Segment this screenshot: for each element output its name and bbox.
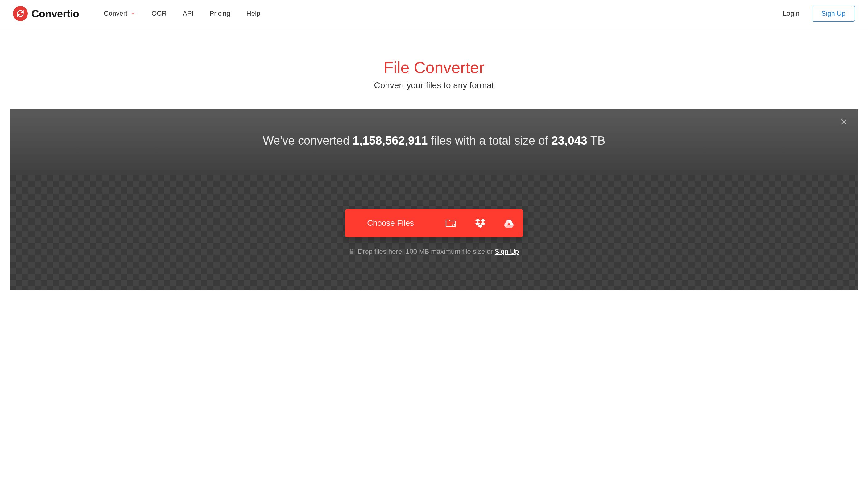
google-drive-button[interactable]: [495, 210, 523, 237]
stats-size: 23,043: [552, 134, 587, 147]
logo-text: Convertio: [31, 8, 79, 20]
folder-search-icon: [445, 219, 457, 228]
choose-files-label: Choose Files: [345, 209, 436, 237]
stats-middle: files with a total size of: [428, 134, 551, 147]
signup-button[interactable]: Sign Up: [812, 5, 855, 22]
nav-api[interactable]: API: [183, 9, 193, 18]
choose-files-button[interactable]: Choose Files: [345, 209, 523, 237]
close-icon: [840, 118, 848, 126]
main-nav: Convert OCR API Pricing Help: [104, 9, 783, 18]
nav-help[interactable]: Help: [246, 9, 260, 18]
chevron-down-icon: [130, 11, 135, 16]
drop-hint-text: Drop files here. 100 MB maximum file siz…: [358, 248, 495, 255]
drop-hint: Drop files here. 100 MB maximum file siz…: [22, 248, 846, 256]
page-subtitle: Convert your files to any format: [0, 81, 868, 90]
nav-convert[interactable]: Convert: [104, 9, 135, 18]
lock-icon: [349, 249, 354, 254]
header-right: Login Sign Up: [783, 5, 855, 22]
svg-rect-1: [350, 251, 353, 254]
close-stats-button[interactable]: [840, 118, 848, 126]
google-drive-icon: [504, 219, 514, 228]
nav-ocr[interactable]: OCR: [151, 9, 166, 18]
nav-pricing[interactable]: Pricing: [210, 9, 230, 18]
main-header: Convertio Convert OCR API Pricing Help L…: [0, 0, 868, 27]
logo-icon: [13, 6, 28, 21]
logo[interactable]: Convertio: [13, 6, 79, 21]
signup-link-inline[interactable]: Sign Up: [495, 248, 519, 255]
nav-convert-label: Convert: [104, 9, 127, 18]
stats-prefix: We've converted: [263, 134, 353, 147]
file-source-icons: [436, 210, 523, 237]
dropbox-button[interactable]: [466, 210, 495, 237]
stats-files-count: 1,158,562,911: [352, 134, 428, 147]
nav-ocr-label: OCR: [151, 9, 166, 18]
stats-text: We've converted 1,158,562,911 files with…: [22, 134, 846, 148]
stats-banner: We've converted 1,158,562,911 files with…: [10, 109, 858, 175]
login-link[interactable]: Login: [783, 9, 800, 18]
nav-pricing-label: Pricing: [210, 9, 230, 18]
browse-files-button[interactable]: [436, 210, 466, 237]
main-content: File Converter Convert your files to any…: [0, 27, 868, 290]
stats-unit: TB: [587, 134, 605, 147]
nav-api-label: API: [183, 9, 193, 18]
dropbox-icon: [475, 219, 486, 228]
drop-zone[interactable]: Choose Files: [10, 175, 858, 290]
nav-help-label: Help: [246, 9, 260, 18]
page-title: File Converter: [0, 58, 868, 77]
